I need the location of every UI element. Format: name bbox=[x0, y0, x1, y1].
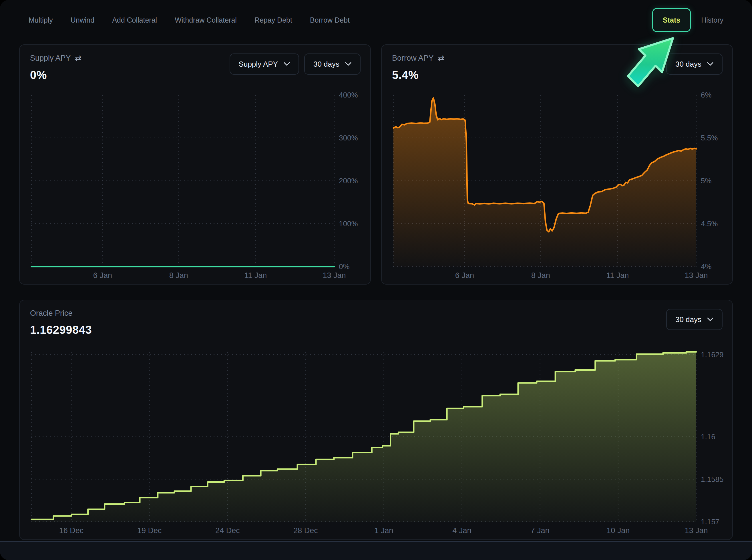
oracle-price-chart: 1.16291.161.15851.15716 Dec19 Dec24 Dec2… bbox=[20, 346, 732, 539]
footer-strip bbox=[0, 541, 752, 560]
oracle-period-dropdown[interactable]: 30 days bbox=[666, 309, 723, 330]
svg-text:1.1585: 1.1585 bbox=[701, 475, 724, 484]
supply-apy-title-text: Supply APY bbox=[30, 54, 71, 63]
svg-text:7 Jan: 7 Jan bbox=[531, 526, 550, 535]
tab-history[interactable]: History bbox=[701, 16, 724, 24]
svg-text:1.16: 1.16 bbox=[701, 433, 715, 441]
svg-text:1.157: 1.157 bbox=[701, 517, 719, 526]
svg-text:1 Jan: 1 Jan bbox=[374, 526, 393, 535]
oracle-price-value: 1.16299843 bbox=[30, 323, 92, 336]
svg-text:13 Jan: 13 Jan bbox=[685, 526, 708, 535]
tab-multiply[interactable]: Multiply bbox=[28, 16, 53, 24]
borrow-apy-title-text: Borrow APY bbox=[392, 54, 434, 63]
svg-text:13 Jan: 13 Jan bbox=[323, 271, 346, 280]
app-window: Multiply Unwind Add Collateral Withdraw … bbox=[0, 0, 752, 560]
view-switch: Stats History bbox=[652, 8, 724, 32]
borrow-apy-value: 5.4% bbox=[392, 68, 444, 81]
chevron-down-icon bbox=[707, 62, 713, 66]
supply-period-dropdown[interactable]: 30 days bbox=[304, 54, 361, 75]
swap-icon[interactable]: ⇄ bbox=[75, 54, 81, 63]
svg-text:300%: 300% bbox=[339, 134, 358, 142]
action-tabs: Multiply Unwind Add Collateral Withdraw … bbox=[28, 16, 350, 24]
tab-withdraw-collateral[interactable]: Withdraw Collateral bbox=[175, 16, 237, 24]
svg-text:24 Dec: 24 Dec bbox=[215, 526, 240, 535]
supply-metric-dropdown-label: Supply APY bbox=[239, 60, 278, 68]
svg-text:6 Jan: 6 Jan bbox=[93, 271, 112, 280]
supply-apy-chart: 400%300%200%100%0%6 Jan8 Jan11 Jan13 Jan bbox=[20, 91, 370, 284]
oracle-period-dropdown-label: 30 days bbox=[675, 315, 702, 324]
supply-apy-title: Supply APY ⇄ bbox=[30, 54, 81, 63]
svg-text:4 Jan: 4 Jan bbox=[452, 526, 471, 535]
svg-text:19 Dec: 19 Dec bbox=[137, 526, 162, 535]
chevron-down-icon bbox=[284, 62, 290, 66]
svg-text:4.5%: 4.5% bbox=[701, 219, 718, 228]
svg-text:6 Jan: 6 Jan bbox=[455, 271, 474, 280]
tab-borrow-debt[interactable]: Borrow Debt bbox=[310, 16, 350, 24]
cursor-arrow-icon bbox=[617, 32, 679, 94]
svg-text:6%: 6% bbox=[701, 91, 712, 99]
borrow-apy-card: Borrow APY ⇄ 5.4% 30 days 6%5.5%5%4.5%4%… bbox=[381, 44, 733, 284]
swap-icon[interactable]: ⇄ bbox=[438, 54, 444, 63]
borrow-period-dropdown-label: 30 days bbox=[675, 60, 702, 68]
svg-text:11 Jan: 11 Jan bbox=[606, 271, 629, 280]
chevron-down-icon bbox=[345, 62, 351, 66]
svg-text:8 Jan: 8 Jan bbox=[531, 271, 550, 280]
tab-stats[interactable]: Stats bbox=[652, 8, 691, 32]
tab-repay-debt[interactable]: Repay Debt bbox=[255, 16, 292, 24]
svg-text:200%: 200% bbox=[339, 177, 358, 185]
svg-text:0%: 0% bbox=[339, 262, 350, 271]
supply-period-dropdown-label: 30 days bbox=[313, 60, 340, 68]
borrow-apy-chart: 6%5.5%5%4.5%4%6 Jan8 Jan11 Jan13 Jan bbox=[382, 91, 732, 284]
chevron-down-icon bbox=[707, 318, 713, 321]
svg-text:10 Jan: 10 Jan bbox=[607, 526, 630, 535]
svg-text:5%: 5% bbox=[701, 177, 712, 185]
svg-text:100%: 100% bbox=[339, 219, 358, 228]
svg-text:11 Jan: 11 Jan bbox=[244, 271, 267, 280]
oracle-price-title: Oracle Price bbox=[30, 309, 92, 318]
borrow-apy-title: Borrow APY ⇄ bbox=[392, 54, 444, 63]
supply-metric-dropdown[interactable]: Supply APY bbox=[230, 54, 299, 75]
svg-text:8 Jan: 8 Jan bbox=[169, 271, 188, 280]
supply-apy-value: 0% bbox=[30, 68, 81, 81]
svg-text:16 Dec: 16 Dec bbox=[59, 526, 84, 535]
svg-text:5.5%: 5.5% bbox=[701, 134, 718, 142]
svg-text:28 Dec: 28 Dec bbox=[293, 526, 318, 535]
supply-apy-card: Supply APY ⇄ 0% Supply APY 30 days 400%3… bbox=[19, 44, 371, 284]
oracle-price-card: Oracle Price 1.16299843 30 days 1.16291.… bbox=[19, 300, 733, 540]
oracle-price-title-text: Oracle Price bbox=[30, 309, 73, 318]
svg-text:400%: 400% bbox=[339, 91, 358, 99]
svg-text:1.1629: 1.1629 bbox=[701, 351, 724, 359]
tab-unwind[interactable]: Unwind bbox=[70, 16, 94, 24]
svg-text:13 Jan: 13 Jan bbox=[685, 271, 708, 280]
svg-text:4%: 4% bbox=[701, 262, 712, 271]
tab-add-collateral[interactable]: Add Collateral bbox=[112, 16, 157, 24]
